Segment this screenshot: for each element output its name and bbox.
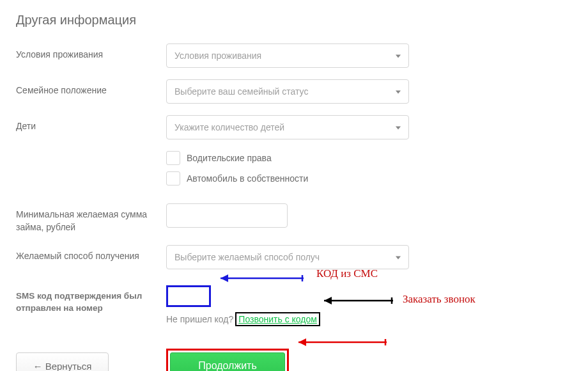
select-living-conditions[interactable]: Условия проживания <box>166 43 409 68</box>
select-receive-method[interactable]: Выберите желаемый способ получ <box>166 245 409 269</box>
label-marital: Семейное положение <box>16 79 166 97</box>
row-sms: SMS код подтверждения был отправлен на н… <box>16 285 572 326</box>
checkbox-drivers-license[interactable] <box>166 151 180 165</box>
label-children: Дети <box>16 115 166 133</box>
label-receive-method: Желаемый способ получения <box>16 245 166 263</box>
button-row: ← Вернуться Продолжить <box>16 349 572 371</box>
row-min-loan: Минимальная желаемая сумма займа, рублей <box>16 203 572 233</box>
label-drivers-license: Водительские права <box>187 153 272 163</box>
annotation-arrow-continue <box>291 336 393 349</box>
row-checkboxes: Водительские права Автомобиль в собствен… <box>16 151 572 192</box>
link-call-with-code[interactable]: Позвонить с кодом <box>235 312 320 326</box>
checkbox-row-car-owned: Автомобиль в собственности <box>166 171 409 186</box>
row-children: Дети Укажите количество детей <box>16 115 572 139</box>
input-min-loan[interactable] <box>166 203 288 228</box>
svg-marker-1 <box>220 274 228 282</box>
select-children[interactable]: Укажите количество детей <box>166 115 409 139</box>
select-living-placeholder: Условия проживания <box>174 51 261 61</box>
row-living-conditions: Условия проживания Условия проживания <box>16 43 572 68</box>
label-car-owned: Автомобиль в собственности <box>187 173 308 184</box>
continue-button-highlight: Продолжить <box>166 349 289 371</box>
select-children-placeholder: Укажите количество детей <box>174 122 284 132</box>
label-min-loan: Минимальная желаемая сумма займа, рублей <box>16 203 166 233</box>
label-sms: SMS код подтверждения был отправлен на н… <box>16 285 166 315</box>
checkbox-row-drivers-license: Водительские права <box>166 151 409 165</box>
row-receive-method: Желаемый способ получения Выберите желае… <box>16 245 572 269</box>
row-marital-status: Семейное положение Выберите ваш семейный… <box>16 79 572 104</box>
svg-marker-7 <box>298 338 306 346</box>
section-title: Другая информация <box>16 13 572 28</box>
sms-help-text: Не пришел код? <box>166 314 233 324</box>
input-sms-code[interactable] <box>166 285 211 307</box>
back-button[interactable]: ← Вернуться <box>16 352 109 371</box>
select-marital-status[interactable]: Выберите ваш семейный статус <box>166 79 409 104</box>
select-receive-placeholder: Выберите желаемый способ получ <box>174 252 320 262</box>
checkbox-car-owned[interactable] <box>166 171 180 186</box>
select-marital-placeholder: Выберите ваш семейный статус <box>174 86 308 97</box>
continue-button[interactable]: Продолжить <box>170 352 285 371</box>
label-living: Условия проживания <box>16 43 166 61</box>
